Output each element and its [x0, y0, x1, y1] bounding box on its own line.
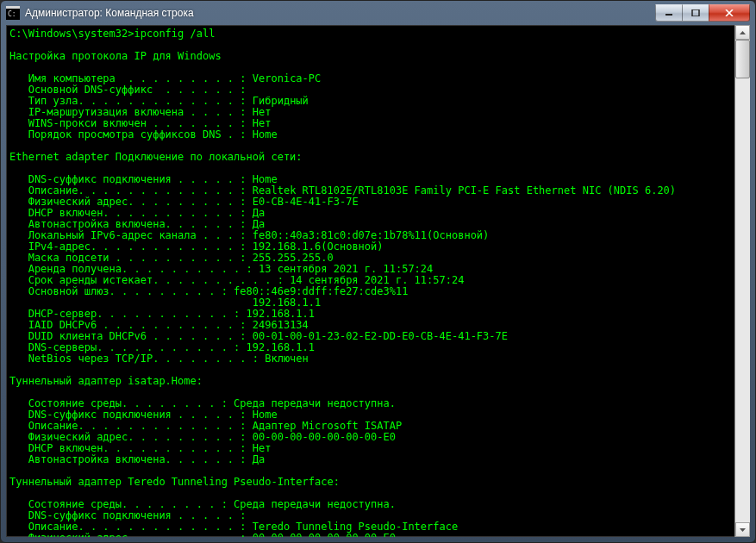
kv-value: Home	[253, 128, 278, 140]
kv-value: Да	[253, 207, 265, 219]
close-button[interactable]	[709, 4, 750, 22]
kv-value: 00-00-00-00-00-00-00-E0	[253, 532, 396, 537]
kv-label: Физический адрес. . . . . . . . . :	[9, 196, 247, 208]
kv-value: Realtek RTL8102E/RTL8103E Family PCI-E F…	[253, 184, 676, 197]
kv-label: IPv4-адрес. . . . . . . . . . . . :	[9, 240, 247, 253]
kv-value: 192.168.1.1	[247, 341, 315, 353]
adapter-title: Ethernet adapter Подключение по локально…	[9, 151, 303, 163]
kv-value: Среда передачи недоступна.	[234, 498, 396, 510]
kv-label: Аренда получена. . . . . . . . . . :	[9, 263, 253, 275]
svg-marker-8	[740, 528, 746, 532]
kv-value: Нет	[253, 106, 272, 118]
kv-label: Состояние среды. . . . . . . . :	[9, 498, 228, 510]
kv-label: Срок аренды истекает. . . . . . . . . . …	[9, 274, 284, 286]
kv-value: fe80::40a3:81c0:d07e:1b78%11(Основной)	[253, 229, 490, 241]
kv-value: Veronica-PC	[253, 72, 321, 84]
terminal-output[interactable]: C:\Windows\system32>ipconfig /all Настро…	[6, 25, 734, 537]
command: ipconfig /all	[134, 28, 216, 40]
kv-value: 13 сентября 2021 г. 11:57:24	[259, 263, 433, 275]
kv-value: Да	[253, 453, 265, 465]
kv-value: fe80::46e9:ddff:fe27:cde3%11	[234, 285, 408, 297]
kv-value: 255.255.255.0	[253, 252, 334, 264]
kv-value: Home	[253, 409, 278, 421]
kv-label: Описание. . . . . . . . . . . . . :	[9, 184, 247, 197]
kv-label: Физический адрес. . . . . . . . . :	[9, 431, 247, 443]
kv-value: Teredo Tunneling Pseudo-Interface	[253, 521, 458, 533]
maximize-button[interactable]	[682, 4, 709, 22]
close-icon	[725, 9, 734, 16]
kv-label: DNS-суффикс подключения . . . . . :	[9, 509, 247, 521]
svg-rect-4	[692, 9, 699, 16]
kv-label: Имя компьютера . . . . . . . . . :	[9, 72, 247, 84]
adapter-title: Туннельный адаптер isatap.Home:	[9, 375, 203, 387]
kv-label: Маска подсети . . . . . . . . . . :	[9, 252, 247, 264]
kv-value: 14 сентября 2021 г. 11:57:24	[290, 274, 464, 286]
kv-label: Порядок просмотра суффиксов DNS . :	[9, 128, 247, 140]
kv-label: DNS-суффикс подключения . . . . . :	[9, 409, 247, 421]
kv-value: Да	[253, 218, 265, 230]
kv-label: NetBios через TCP/IP. . . . . . . . :	[9, 353, 259, 365]
kv-value: 249613134	[253, 319, 309, 331]
svg-rect-3	[665, 14, 672, 16]
minimize-icon	[665, 9, 673, 16]
minimize-button[interactable]	[655, 4, 683, 22]
svg-rect-1	[6, 6, 20, 9]
scroll-down-button[interactable]	[735, 522, 750, 537]
kv-value: Адаптер Microsoft ISATAP	[253, 420, 402, 432]
window-title: Администратор: Командная строка	[25, 7, 656, 19]
vertical-scrollbar[interactable]	[734, 25, 750, 537]
kv-label: DHCP включен. . . . . . . . . . . :	[9, 207, 247, 219]
chevron-down-icon	[740, 528, 746, 532]
kv-label: DNS-суффикс подключения . . . . . :	[9, 173, 247, 185]
kv-label: Физический адрес. . . . . . . . . :	[9, 532, 247, 537]
kv-label: DHCP включен. . . . . . . . . . . :	[9, 442, 247, 454]
kv-value: Нет	[253, 442, 272, 454]
scroll-up-button[interactable]	[735, 25, 750, 40]
scroll-thumb[interactable]	[735, 40, 750, 78]
kv-label: Основной шлюз. . . . . . . . . :	[9, 285, 228, 297]
svg-marker-7	[740, 31, 746, 34]
kv-value: Среда передачи недоступна.	[234, 397, 396, 409]
kv-label: Описание. . . . . . . . . . . . . :	[9, 521, 247, 533]
window-controls	[656, 4, 750, 22]
cmd-icon: C:	[6, 6, 20, 20]
kv-label: IP-маршрутизация включена . . . . :	[9, 106, 247, 118]
kv-value: Нет	[253, 117, 272, 129]
kv-label: Состояние среды. . . . . . . . :	[9, 397, 228, 409]
kv-value: E0-CB-4E-41-F3-7E	[253, 196, 359, 208]
client-area: C:\Windows\system32>ipconfig /all Настро…	[6, 25, 750, 537]
kv-label: WINS-прокси включен . . . . . . . :	[9, 117, 247, 129]
titlebar[interactable]: C: Администратор: Командная строка	[1, 1, 755, 25]
kv-label: DNS-серверы. . . . . . . . . . . :	[9, 341, 240, 353]
section-heading: Настройка протокола IP для Windows	[9, 50, 222, 62]
kv-label: DUID клиента DHCPv6 . . . . . . . :	[9, 330, 247, 342]
kv-label: Основной DNS-суффикс . . . . . . :	[9, 84, 247, 96]
kv-label: Локальный IPv6-адрес канала . . . :	[9, 229, 247, 241]
command-prompt-window: C: Администратор: Командная строка C:\Wi…	[0, 0, 756, 543]
adapter-title: Туннельный адаптер Teredo Tunneling Pseu…	[9, 476, 340, 488]
kv-value: 192.168.1.1	[253, 296, 321, 309]
kv-label: Автонастройка включена. . . . . . :	[9, 453, 247, 465]
kv-label: Тип узла. . . . . . . . . . . . . :	[9, 95, 247, 107]
chevron-up-icon	[740, 31, 746, 34]
kv-value: Включен	[265, 353, 309, 365]
kv-value: 00-00-00-00-00-00-00-E0	[253, 431, 396, 443]
kv-label: DHCP-сервер. . . . . . . . . . . :	[9, 308, 240, 320]
maximize-icon	[691, 9, 700, 16]
kv-pad	[9, 296, 253, 309]
prompt: C:\Windows\system32>	[9, 28, 134, 40]
kv-value: 192.168.1.6(Основной)	[253, 240, 384, 253]
kv-value: 00-01-00-01-23-02-E2-DD-E0-CB-4E-41-F3-7…	[253, 330, 508, 342]
kv-label: Описание. . . . . . . . . . . . . :	[9, 420, 247, 432]
kv-label: IAID DHCPv6 . . . . . . . . . . . :	[9, 319, 247, 331]
svg-text:C:: C:	[8, 10, 16, 18]
kv-label: Автонастройка включена. . . . . . :	[9, 218, 247, 230]
kv-value: Гибридный	[253, 95, 309, 107]
scroll-track[interactable]	[735, 40, 750, 522]
kv-value: 192.168.1.1	[247, 308, 315, 320]
kv-value: Home	[253, 173, 278, 185]
